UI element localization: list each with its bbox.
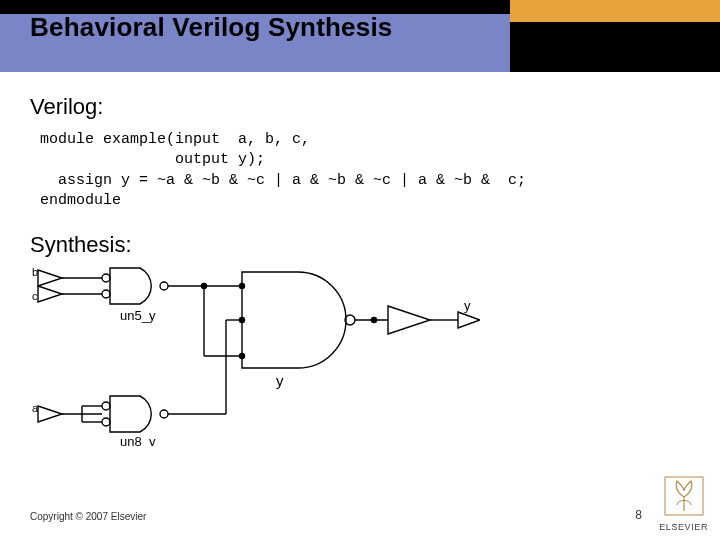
svg-point-4	[160, 282, 168, 290]
slide-header: Behavioral Verilog Synthesis	[0, 0, 720, 72]
svg-point-26	[240, 318, 245, 323]
slide-title: Behavioral Verilog Synthesis	[30, 12, 393, 43]
svg-point-11	[240, 354, 245, 359]
code-line: output y);	[40, 151, 265, 168]
code-block: module example(input a, b, c, output y);…	[40, 130, 526, 211]
svg-point-10	[240, 284, 245, 289]
gate-label-un8: un8_y	[120, 434, 156, 446]
svg-point-3	[102, 290, 110, 298]
net-label-y: y	[276, 372, 284, 389]
svg-point-13	[372, 318, 377, 323]
gate-label-un5: un5_y	[120, 308, 156, 323]
section-heading-verilog: Verilog:	[30, 94, 103, 120]
code-line: assign y = ~a & ~b & ~c | a & ~b & ~c | …	[40, 172, 526, 189]
port-label-c: c	[32, 290, 38, 302]
publisher-name: ELSEVIER	[659, 522, 708, 532]
code-line: module example(input a, b, c,	[40, 131, 310, 148]
copyright-text: Copyright © 2007 Elsevier	[30, 511, 146, 522]
port-label-y: y	[464, 298, 471, 313]
header-accent-orange	[510, 0, 720, 22]
svg-point-18	[160, 410, 168, 418]
svg-point-1	[102, 274, 110, 282]
port-label-a: a	[32, 402, 39, 414]
section-heading-synthesis: Synthesis:	[30, 232, 132, 258]
port-label-b: b	[32, 266, 38, 278]
code-line: endmodule	[40, 192, 121, 209]
page-number: 8	[635, 508, 642, 522]
publisher-logo: ELSEVIER	[659, 475, 708, 532]
svg-point-17	[102, 418, 110, 426]
elsevier-tree-icon	[663, 475, 705, 517]
svg-point-16	[102, 402, 110, 410]
synthesis-diagram: b c un5_y y	[28, 266, 480, 446]
